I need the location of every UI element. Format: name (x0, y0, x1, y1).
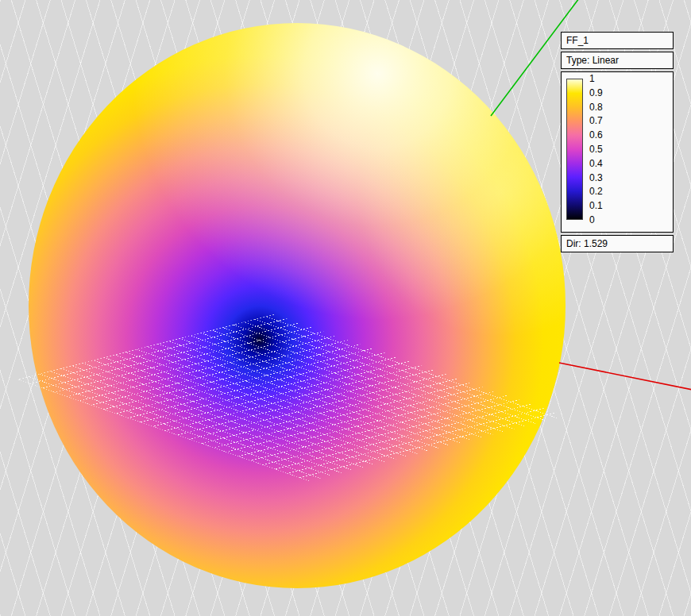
legend-colorbar-section: 10.90.80.70.60.50.40.30.20.10 (561, 71, 674, 233)
colorbar-tick-label: 0.9 (589, 87, 603, 98)
colorbar-tick-label: 0.2 (589, 186, 603, 197)
colorbar (566, 79, 583, 220)
farfield-legend: FF_1 Type: Linear 10.90.80.70.60.50.40.3… (561, 32, 674, 252)
colorbar-tick-label: 0.5 (589, 144, 603, 155)
legend-directivity: Dir: 1.529 (561, 235, 674, 252)
colorbar-tick-label: 0.6 (589, 129, 603, 141)
farfield-pattern (29, 23, 566, 588)
colorbar-tick-label: 0.3 (589, 172, 603, 183)
colorbar-tick-label: 0.8 (589, 102, 603, 113)
colorbar-tick-label: 0.7 (589, 115, 603, 126)
colorbar-tick-label: 0 (589, 214, 603, 225)
colorbar-tick-label: 0.4 (589, 158, 603, 169)
colorbar-tick-label: 0.1 (589, 200, 603, 211)
colorbar-tick-label: 1 (589, 73, 603, 84)
legend-title: FF_1 (561, 32, 674, 49)
viewport-3d[interactable]: FF_1 Type: Linear 10.90.80.70.60.50.40.3… (0, 0, 691, 616)
legend-type-label: Type: Linear (561, 52, 674, 69)
colorbar-tick-labels: 10.90.80.70.60.50.40.30.20.10 (589, 73, 603, 225)
